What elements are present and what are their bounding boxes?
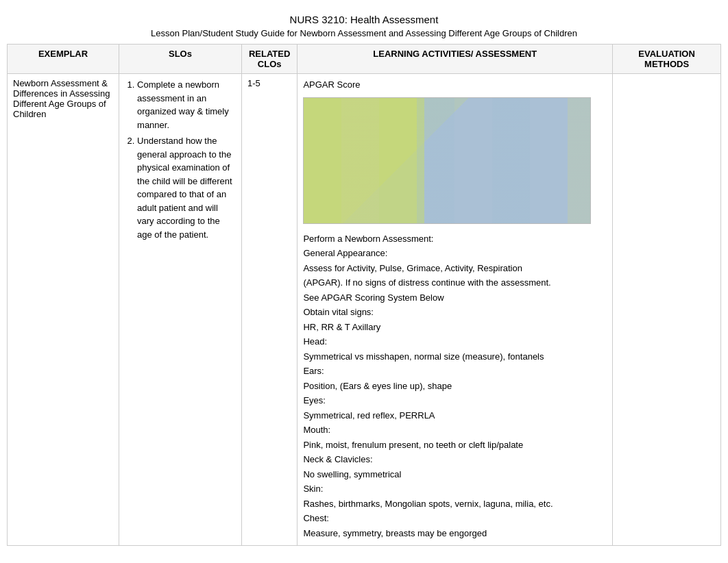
ears-label: Ears: [303,364,607,378]
page-title: NURS 3210: Health Assessment [7,14,721,25]
slo-item-2: Understand how the general approach to t… [137,134,236,241]
apgar-image [303,97,591,224]
neck-label: Neck & Clavicles: [303,453,607,466]
head-desc: Symmetrical vs misshapen, normal size (m… [303,350,607,364]
page-subtitle: Lesson Plan/Student Study Guide for Newb… [7,28,721,38]
apgar-paren: (APGAR). If no signs of distress continu… [303,276,607,290]
exemplar-cell: Newborn Assessment & Differences in Asse… [8,74,119,546]
slos-list: Complete a newborn assessment in an orga… [125,78,236,241]
assess-line: Assess for Activity, Pulse, Grimace, Act… [303,262,607,275]
learning-cell: APGAR Score Perform a Newborn Assessment… [298,74,613,546]
obtain-vital: Obtain vital signs: [303,305,607,319]
page-wrapper: NURS 3210: Health Assessment Lesson Plan… [0,0,728,560]
skin-label: Skin: [303,482,607,496]
col-header-learning: LEARNING ACTIVITIES/ ASSESSMENT [298,45,613,74]
neck-desc: No swelling, symmetrical [303,468,607,481]
learning-content: APGAR Score Perform a Newborn Assessment… [303,78,607,540]
mouth-label: Mouth: [303,423,607,437]
ears-desc: Position, (Ears & eyes line up), shape [303,379,607,393]
skin-desc: Rashes, birthmarks, Mongolian spots, ver… [303,497,607,511]
eyes-desc: Symmetrical, red reflex, PERRLA [303,409,607,423]
table-row: Newborn Assessment & Differences in Asse… [8,74,721,546]
clos-text: 1-5 [247,78,260,88]
general-appearance: General Appearance: [303,247,607,260]
exemplar-text: Newborn Assessment & Differences in Asse… [13,78,110,119]
col-header-exemplar: EXEMPLAR [8,45,119,74]
see-apgar: See APGAR Scoring System Below [303,291,607,305]
eyes-label: Eyes: [303,394,607,408]
hr-rr: HR, RR & T Axillary [303,321,607,334]
head-label: Head: [303,335,607,349]
clos-cell: 1-5 [241,74,297,546]
perform-title: Perform a Newborn Assessment: [303,232,607,246]
slo-item-1: Complete a newborn assessment in an orga… [137,78,236,132]
col-header-slos: SLOs [119,45,242,74]
chest-label: Chest: [303,512,607,525]
eval-cell [613,74,721,546]
apgar-title: APGAR Score [303,78,607,92]
col-header-related-clos: RELATED CLOs [241,45,297,74]
mouth-desc: Pink, moist, frenulum present, no teeth … [303,438,607,452]
col-header-eval: EVALUATION METHODS [613,45,721,74]
chest-desc: Measure, symmetry, breasts may be engorg… [303,527,607,540]
slos-cell: Complete a newborn assessment in an orga… [119,74,242,546]
apgar-image-stripe [304,98,590,223]
main-table: EXEMPLAR SLOs RELATED CLOs LEARNING ACTI… [7,44,721,546]
